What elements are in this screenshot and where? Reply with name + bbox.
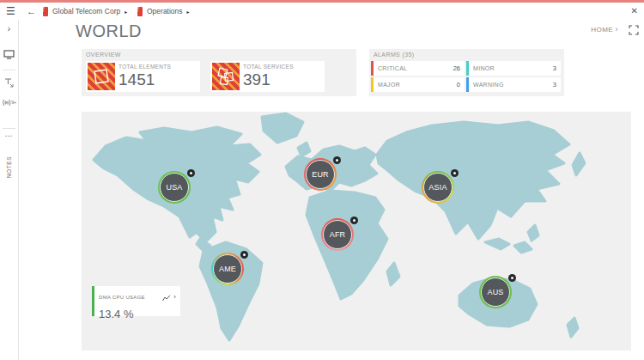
close-icon[interactable]: ✕ bbox=[631, 3, 638, 20]
tile-value: 1451 bbox=[118, 70, 171, 89]
tile-label: TOTAL SERVICES bbox=[243, 64, 294, 70]
sidebar: › 9+ ⋯ bbox=[0, 20, 19, 360]
cpu-usage-value: 13.4 % bbox=[99, 308, 176, 320]
breadcrumb-expand-icon[interactable]: ▸ bbox=[187, 9, 190, 15]
tile-value: 391 bbox=[243, 70, 294, 89]
page-title: WORLD bbox=[76, 21, 142, 41]
overview-title: OVERVIEW bbox=[86, 52, 121, 58]
total-elements-tile[interactable]: TOTAL ELEMENTS 1451 bbox=[86, 61, 200, 92]
total-services-tile[interactable]: TOTAL SERVICES 391 bbox=[210, 61, 325, 92]
main-content: WORLD HOME › OVERVIEW TOTAL ELEMENTS bbox=[20, 20, 644, 360]
breadcrumb-label: Operations bbox=[147, 7, 183, 15]
sidebar-item-dashboard[interactable] bbox=[0, 47, 18, 63]
breadcrumb-label: Global Telecom Corp bbox=[52, 7, 120, 15]
app-window: ☰ ← Global Telecom Corp ▸ Operations ▸ ✕… bbox=[0, 0, 644, 360]
group-icon bbox=[43, 7, 48, 16]
region-status-icon bbox=[333, 156, 341, 164]
alarm-cell-warning[interactable]: WARNING 3 bbox=[466, 77, 561, 92]
world-map-panel: USA EUR ASIA AFR AME AUS bbox=[82, 112, 631, 351]
services-icon bbox=[212, 63, 240, 90]
alarms-title: ALARMS (35) bbox=[374, 52, 415, 58]
region-status-icon bbox=[451, 169, 459, 177]
region-status-icon bbox=[350, 217, 358, 224]
region-label: USA bbox=[160, 173, 189, 202]
cpu-card-label: DMA CPU USAGE bbox=[99, 295, 162, 300]
alarm-label: CRITICAL bbox=[378, 65, 407, 71]
back-arrow-icon[interactable]: ← bbox=[27, 3, 36, 20]
sidebar-item-alarms[interactable]: 9+ bbox=[0, 99, 18, 107]
alarm-cell-critical[interactable]: CRITICAL 26 bbox=[371, 61, 465, 76]
elements-icon bbox=[88, 63, 115, 90]
notes-label: NOTES bbox=[6, 148, 12, 186]
menu-icon[interactable]: ☰ bbox=[6, 3, 15, 20]
region-label: AME bbox=[213, 254, 242, 284]
topbar: ☰ ← Global Telecom Corp ▸ Operations ▸ ✕ bbox=[0, 3, 644, 20]
alarm-value: 26 bbox=[453, 64, 460, 72]
home-link[interactable]: HOME › bbox=[591, 25, 618, 34]
region-badge-asia[interactable]: ASIA bbox=[422, 171, 454, 204]
broadcast-icon bbox=[2, 99, 11, 107]
cpu-usage-card[interactable]: DMA CPU USAGE › 13.4 % bbox=[92, 286, 180, 316]
region-badge-usa[interactable]: USA bbox=[158, 171, 191, 204]
alarm-value: 0 bbox=[457, 81, 460, 88]
chevron-right-icon: › bbox=[616, 25, 618, 34]
breadcrumb-expand-icon[interactable]: ▸ bbox=[125, 9, 127, 15]
sidebar-divider bbox=[3, 70, 15, 70]
region-label: AFR bbox=[323, 220, 352, 249]
alarm-cell-minor[interactable]: MINOR 3 bbox=[466, 61, 561, 76]
chevron-right-icon[interactable]: › bbox=[173, 295, 176, 300]
alarm-label: MINOR bbox=[473, 65, 495, 71]
sidebar-expand-icon[interactable]: › bbox=[0, 24, 18, 34]
alarm-label: MAJOR bbox=[378, 82, 400, 88]
region-badge-eur[interactable]: EUR bbox=[304, 158, 337, 191]
region-label: EUR bbox=[306, 160, 335, 189]
topology-icon bbox=[3, 77, 15, 88]
region-status-icon bbox=[508, 274, 516, 282]
fullscreen-icon[interactable] bbox=[629, 23, 639, 39]
alarms-grid: CRITICAL 26 MINOR 3 MAJOR 0 WARNING 3 bbox=[371, 61, 562, 92]
sidebar-item-topology[interactable] bbox=[0, 76, 18, 92]
sidebar-item-notes[interactable]: NOTES bbox=[0, 149, 18, 188]
tile-label: TOTAL ELEMENTS bbox=[118, 64, 171, 70]
home-label: HOME bbox=[591, 26, 613, 34]
region-status-icon bbox=[187, 169, 195, 177]
region-label: ASIA bbox=[423, 173, 453, 202]
trend-chart-icon bbox=[162, 290, 171, 305]
region-badge-aus[interactable]: AUS bbox=[479, 276, 512, 308]
alarm-cell-major[interactable]: MAJOR 0 bbox=[371, 77, 465, 92]
overview-panel: OVERVIEW TOTAL ELEMENTS 1451 bbox=[82, 49, 356, 96]
region-status-icon bbox=[240, 251, 248, 259]
sidebar-divider bbox=[3, 128, 15, 129]
alarms-panel: ALARMS (35) CRITICAL 26 MINOR 3 MAJOR 0 … bbox=[369, 49, 564, 96]
breadcrumb-item-operations[interactable]: Operations ▸ bbox=[137, 3, 190, 20]
sidebar-more-icon[interactable]: ⋯ bbox=[0, 131, 18, 140]
region-label: AUS bbox=[481, 278, 510, 307]
alarm-count-badge: 9+ bbox=[11, 100, 16, 105]
alarm-value: 3 bbox=[553, 64, 556, 72]
alarm-label: WARNING bbox=[473, 82, 504, 88]
alarm-value: 3 bbox=[553, 81, 556, 88]
breadcrumb-item-company[interactable]: Global Telecom Corp ▸ bbox=[43, 3, 127, 20]
region-badge-ame[interactable]: AME bbox=[211, 253, 244, 285]
monitor-icon bbox=[3, 50, 15, 59]
group-icon bbox=[137, 7, 143, 16]
region-badge-afr[interactable]: AFR bbox=[321, 218, 354, 251]
